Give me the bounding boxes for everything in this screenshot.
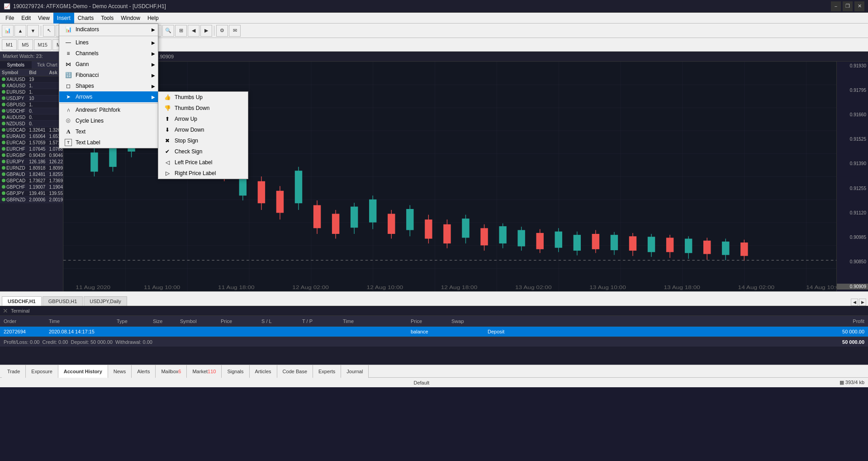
kb-icon: ▦	[840, 380, 844, 385]
tab-tick-chart[interactable]: Tick Chart	[32, 61, 63, 69]
scroll-left-btn[interactable]: ◀	[188, 25, 199, 37]
submenu-arrow-down[interactable]: ⬇ Arrow Down	[158, 124, 248, 135]
svg-rect-59	[611, 235, 618, 250]
submenu-stop-sign[interactable]: ✖ Stop Sign	[158, 135, 248, 146]
tab-articles[interactable]: Articles	[250, 365, 277, 378]
menu-file[interactable]: File	[2, 13, 18, 24]
tf-m5[interactable]: M5	[18, 39, 33, 50]
market-watch-row[interactable]: EURJPY 126.186 126.221	[0, 159, 63, 165]
market-watch-row[interactable]: AUDUSD 0.	[0, 114, 63, 121]
cursor-btn[interactable]: ↖	[43, 25, 55, 37]
chart-scroll-right-btn[interactable]: ▶	[859, 299, 866, 306]
tab-experts[interactable]: Experts	[313, 365, 341, 378]
ask-cell: 126.221	[47, 159, 63, 165]
symbol-cell: GBPCHF	[0, 184, 27, 190]
market-watch-row[interactable]: GBPAUD 1.82481 1.82556	[0, 171, 63, 178]
bid-cell: 19	[27, 76, 47, 83]
market-watch-row[interactable]: GBRNZD 2.00006 2.00195	[0, 197, 63, 203]
terminal-row-1[interactable]: 22072694 2020.08.14 14:17:15 balance Dep…	[0, 327, 868, 337]
ask-cell: 0.90469	[47, 152, 63, 159]
market-watch-row[interactable]: EURAUD 1.65064 1.65120	[0, 133, 63, 140]
symbol-dot	[2, 160, 5, 163]
tab-market[interactable]: Market 110	[187, 365, 222, 378]
market-watch-row[interactable]: USDJPY 10	[0, 95, 63, 102]
menu-insert[interactable]: Insert	[53, 13, 74, 24]
minimize-button[interactable]: −	[831, 1, 841, 11]
tab-journal[interactable]: Journal	[341, 365, 369, 378]
market-watch-row[interactable]: XAGUSD 1.	[0, 83, 63, 89]
submenu-left-price-label[interactable]: ◁ Left Price Label	[158, 157, 248, 168]
menu-arrows[interactable]: ➤ Arrows ▶ 👍 Thumbs Up 👎 Thumbs Down ⬆	[63, 91, 158, 102]
sep1	[41, 26, 41, 36]
market-watch-row[interactable]: EURUSD 1.	[0, 89, 63, 95]
zoom-out-btn[interactable]: 🔍	[162, 25, 174, 37]
title-bar: 📈 1900279724: ATFXGM1-Demo - Demo Accoun…	[0, 0, 868, 13]
tab-exposure[interactable]: Exposure	[26, 365, 58, 378]
market-watch-row[interactable]: XAUUSD 19	[0, 76, 63, 83]
tab-codebase[interactable]: Code Base	[277, 365, 313, 378]
tab-signals[interactable]: Signals	[222, 365, 249, 378]
grid-btn[interactable]: ⊞	[175, 25, 187, 37]
stop-sign-icon: ✖	[164, 137, 171, 144]
tab-alerts[interactable]: Alerts	[132, 365, 156, 378]
terminal-close-btn[interactable]: ✕	[2, 307, 9, 314]
submenu-thumbs-up[interactable]: 👍 Thumbs Up	[158, 92, 248, 103]
menu-shapes[interactable]: ◻ Shapes ▶	[63, 81, 158, 91]
tf-m1[interactable]: M1	[2, 39, 17, 50]
market-watch-row[interactable]: EURNZD 1.80918 1.80995	[0, 165, 63, 171]
menu-tools[interactable]: Tools	[97, 13, 117, 24]
market-watch-row[interactable]: NZDUSD 0.	[0, 121, 63, 127]
symbol-dot	[2, 77, 5, 81]
menu-text[interactable]: A Text	[63, 126, 158, 137]
tab-account-history[interactable]: Account History	[58, 365, 108, 378]
menu-text-label[interactable]: T Text Label	[63, 137, 158, 148]
svg-rect-27	[313, 205, 321, 228]
chart-scroll-left-btn[interactable]: ◀	[851, 299, 858, 306]
market-watch-row[interactable]: USDCAD 1.32641 1.32673	[0, 127, 63, 133]
tab-symbols[interactable]: Symbols	[0, 61, 32, 69]
market-watch-row[interactable]: EURCAD 1.57059 1.57116	[0, 140, 63, 146]
menu-cycle-lines[interactable]: ⦾ Cycle Lines	[63, 115, 158, 126]
menu-gann[interactable]: ⋈ Gann ▶	[63, 59, 158, 70]
market-watch-row[interactable]: USDCHF 0.	[0, 108, 63, 114]
submenu-right-price-label[interactable]: ▷ Right Price Label	[158, 168, 248, 179]
menu-help[interactable]: Help	[144, 13, 162, 24]
market-watch-row[interactable]: EURGBP 0.90439 0.90469	[0, 152, 63, 159]
mail-btn[interactable]: ✉	[229, 25, 241, 37]
tf-m15[interactable]: M15	[34, 39, 52, 50]
tab-news[interactable]: News	[108, 365, 132, 378]
submenu-arrow-up[interactable]: ⬆ Arrow Up	[158, 114, 248, 124]
submenu-check-sign[interactable]: ✔ Check Sign	[158, 146, 248, 157]
chart-tab-usdchf[interactable]: USDCHF,H1	[2, 296, 42, 306]
menu-andrews-pitchfork[interactable]: ⑃ Andrews' Pitchfork	[63, 105, 158, 115]
tab-mailbox[interactable]: Mailbox 6	[156, 365, 187, 378]
scroll-right-btn[interactable]: ▶	[200, 25, 212, 37]
menu-channels[interactable]: ≡ Channels ▶	[63, 52, 158, 59]
channels-icon: ≡	[65, 52, 72, 57]
market-watch-row[interactable]: EURCHF 1.07645 1.07687	[0, 146, 63, 152]
symbol-cell: GBPCAD	[0, 178, 27, 184]
chart-tab-gbpusd[interactable]: GBPUSD,H1	[43, 296, 83, 306]
nav-btn2[interactable]: ▼	[27, 25, 39, 37]
market-watch-row[interactable]: GBPUSD 1.	[0, 102, 63, 108]
menu-window[interactable]: Window	[117, 13, 144, 24]
col-order: Order	[4, 318, 40, 324]
menu-fibonacci[interactable]: 🔢 Fibonacci ▶	[63, 70, 158, 81]
nav-btn[interactable]: ▲	[14, 25, 26, 37]
check-sign-label: Check Sign	[175, 148, 202, 155]
market-watch-row[interactable]: GBPCAD 1.73627 1.73696	[0, 178, 63, 184]
tab-trade[interactable]: Trade	[2, 365, 26, 378]
menu-view[interactable]: View	[34, 13, 53, 24]
market-watch-row[interactable]: GBPJPY 139.491 139.551	[0, 190, 63, 197]
price-label-2: 0.91795	[837, 88, 868, 93]
restore-button[interactable]: ❐	[843, 1, 853, 11]
svg-rect-33	[369, 200, 376, 223]
menu-edit[interactable]: Edit	[18, 13, 34, 24]
chart-tab-usdjpy[interactable]: USDJPY,Daily	[84, 296, 127, 306]
new-chart-btn[interactable]: 📊	[2, 25, 14, 37]
close-button[interactable]: ✕	[854, 1, 864, 11]
submenu-thumbs-down[interactable]: 👎 Thumbs Down	[158, 103, 248, 114]
market-watch-row[interactable]: GBPCHF 1.19007 1.19045	[0, 184, 63, 190]
menu-charts[interactable]: Charts	[74, 13, 97, 24]
expert-btn[interactable]: ⚙	[216, 25, 228, 37]
